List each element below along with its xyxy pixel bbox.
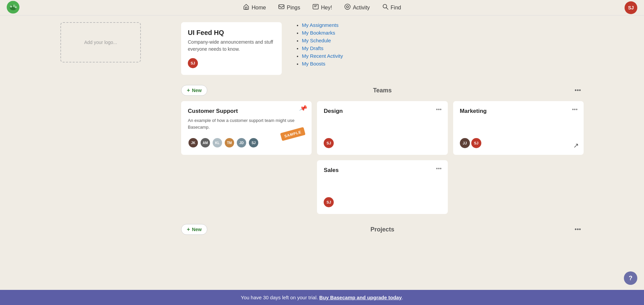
quick-link-my-drafts[interactable]: My Drafts xyxy=(302,45,323,51)
app-logo[interactable] xyxy=(7,1,19,14)
add-logo-button[interactable]: Add your logo... xyxy=(60,22,141,62)
customer-support-card: Customer Support An example of how a cus… xyxy=(181,101,312,155)
sales-card: Sales ••• SJ xyxy=(317,160,447,214)
svg-point-8 xyxy=(345,4,350,9)
member-avatar-6: SJ xyxy=(248,137,259,148)
main-content: + New Teams ••• Customer Support An exam… xyxy=(0,78,644,278)
member-avatar-3: KL xyxy=(212,137,223,148)
member-avatar-5: JD xyxy=(236,137,247,148)
find-icon xyxy=(382,3,389,12)
svg-rect-5 xyxy=(246,7,247,9)
marketing-footer: JJ SJ xyxy=(460,138,577,148)
right-column: + New Teams ••• Customer Support An exam… xyxy=(181,85,584,245)
marketing-card: Marketing ••• JJ SJ ↗ xyxy=(453,101,584,155)
design-more-button[interactable]: ••• xyxy=(435,106,443,113)
member-avatar-1: JK xyxy=(188,137,199,148)
design-card: Design ••• SJ xyxy=(317,101,447,155)
nav-pings[interactable]: Pings xyxy=(278,3,300,12)
svg-point-4 xyxy=(15,6,17,8)
sales-avatar: SJ xyxy=(324,197,334,207)
quick-link-my-recent-activity[interactable]: My Recent Activity xyxy=(302,53,343,59)
marketing-avatar-sj: SJ xyxy=(471,138,481,148)
top-navigation: Home Pings Hey! Activity xyxy=(0,0,644,15)
sales-more-button[interactable]: ••• xyxy=(435,165,443,172)
nav-hey[interactable]: Hey! xyxy=(312,3,332,12)
logo-area: Add your logo... xyxy=(60,22,168,75)
svg-point-2 xyxy=(10,5,12,7)
svg-rect-6 xyxy=(279,5,284,9)
sales-title: Sales xyxy=(324,167,441,174)
member-avatars: JK AM KL TM JD SJ xyxy=(188,137,259,148)
top-area: Add your logo... UI Feed HQ Company-wide… xyxy=(0,15,644,78)
plus-icon-projects: + xyxy=(187,226,190,232)
hq-title: UI Feed HQ xyxy=(188,29,275,37)
projects-section: + New Projects ••• xyxy=(181,224,584,235)
left-column xyxy=(60,85,168,245)
customer-support-title: Customer Support xyxy=(188,108,305,115)
home-icon xyxy=(243,3,250,12)
hey-icon xyxy=(312,3,319,12)
teams-section-header: + New Teams ••• xyxy=(181,85,584,96)
teams-cards-grid: Customer Support An example of how a cus… xyxy=(181,101,584,155)
new-team-button[interactable]: + New xyxy=(181,85,207,96)
marketing-more-button[interactable]: ••• xyxy=(571,106,579,113)
marketing-title: Marketing xyxy=(460,108,577,115)
quick-link-my-boosts[interactable]: My Boosts xyxy=(302,61,325,67)
design-avatar: SJ xyxy=(324,138,334,148)
upgrade-link[interactable]: Buy Basecamp and upgrade today xyxy=(319,295,402,300)
sales-footer: SJ xyxy=(324,197,441,207)
hq-card: UI Feed HQ Company-wide announcements an… xyxy=(181,22,282,75)
trial-banner: You have 30 days left on your trial. Buy… xyxy=(0,290,644,305)
teams-section: + New Teams ••• Customer Support An exam… xyxy=(181,85,584,214)
quick-link-my-assignments[interactable]: My Assignments xyxy=(302,22,338,28)
svg-point-9 xyxy=(346,6,348,8)
cursor-icon: ↗ xyxy=(573,141,579,149)
teams-more-button[interactable]: ••• xyxy=(572,86,584,95)
projects-section-header: + New Projects ••• xyxy=(181,224,584,235)
projects-more-button[interactable]: ••• xyxy=(572,225,584,234)
marketing-avatar-jj: JJ xyxy=(460,138,470,148)
user-avatar[interactable]: SJ xyxy=(625,1,637,14)
teams-section-title: Teams xyxy=(373,87,392,94)
help-button[interactable]: ? xyxy=(624,271,637,285)
nav-find[interactable]: Find xyxy=(382,3,401,12)
nav-activity[interactable]: Activity xyxy=(344,3,370,12)
quick-link-my-bookmarks[interactable]: My Bookmarks xyxy=(302,30,335,36)
hq-description: Company-wide announcements and stuff eve… xyxy=(188,39,275,53)
top-right-area: UI Feed HQ Company-wide announcements an… xyxy=(181,22,584,75)
quick-links-section: My AssignmentsMy BookmarksMy ScheduleMy … xyxy=(295,22,343,75)
plus-icon: + xyxy=(187,87,190,93)
projects-section-title: Projects xyxy=(370,226,394,233)
teams-second-row: Sales ••• SJ xyxy=(181,160,584,214)
svg-line-11 xyxy=(386,8,388,9)
pings-icon xyxy=(278,3,285,12)
new-project-button[interactable]: + New xyxy=(181,224,207,235)
quick-link-my-schedule[interactable]: My Schedule xyxy=(302,38,331,43)
member-avatar-2: AM xyxy=(200,137,211,148)
member-avatar-4: TM xyxy=(224,137,235,148)
hq-avatar: SJ xyxy=(188,58,198,68)
nav-home[interactable]: Home xyxy=(243,3,266,12)
activity-icon xyxy=(344,3,351,12)
design-footer: SJ xyxy=(324,138,441,148)
design-title: Design xyxy=(324,108,441,115)
svg-point-10 xyxy=(383,4,387,8)
